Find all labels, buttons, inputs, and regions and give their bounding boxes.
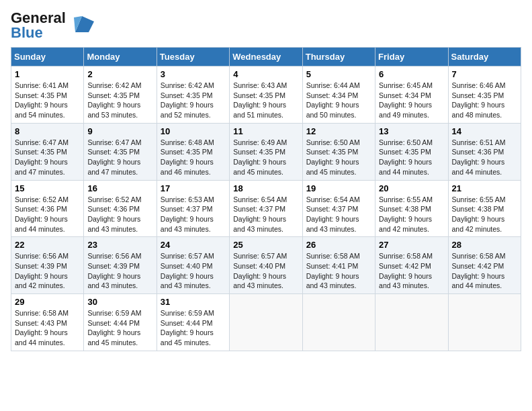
calendar-week-row: 29 Sunrise: 6:58 AM Sunset: 4:43 PM Dayl… [11,294,521,351]
day-number: 17 [161,183,226,193]
logo-line1: General [11,11,66,26]
calendar-week-row: 15 Sunrise: 6:52 AM Sunset: 4:36 PM Dayl… [11,180,521,237]
calendar-day-cell [302,294,375,351]
day-info: Sunrise: 6:59 AM Sunset: 4:44 PM Dayligh… [87,308,152,348]
calendar-day-cell: 22 Sunrise: 6:56 AM Sunset: 4:39 PM Dayl… [11,237,84,294]
day-info: Sunrise: 6:51 AM Sunset: 4:36 PM Dayligh… [452,138,517,177]
day-number: 22 [15,240,80,250]
calendar-day-cell: 5 Sunrise: 6:44 AM Sunset: 4:34 PM Dayli… [302,66,375,124]
calendar-week-row: 1 Sunrise: 6:41 AM Sunset: 4:35 PM Dayli… [11,66,521,124]
calendar-day-cell: 27 Sunrise: 6:58 AM Sunset: 4:42 PM Dayl… [375,237,448,294]
day-number: 31 [161,297,226,307]
day-number: 12 [306,126,371,136]
day-info: Sunrise: 6:57 AM Sunset: 4:40 PM Dayligh… [161,251,226,291]
calendar-day-cell: 13 Sunrise: 6:50 AM Sunset: 4:35 PM Dayl… [375,123,448,180]
day-info: Sunrise: 6:54 AM Sunset: 4:37 PM Dayligh… [306,195,371,234]
day-number: 16 [87,183,152,193]
day-number: 19 [306,183,371,193]
calendar-day-cell: 9 Sunrise: 6:47 AM Sunset: 4:35 PM Dayli… [84,123,157,180]
day-info: Sunrise: 6:55 AM Sunset: 4:38 PM Dayligh… [452,195,517,234]
day-number: 10 [161,126,226,136]
calendar-day-cell: 12 Sunrise: 6:50 AM Sunset: 4:35 PM Dayl… [302,123,375,180]
day-number: 24 [161,240,226,250]
calendar-day-cell: 24 Sunrise: 6:57 AM Sunset: 4:40 PM Dayl… [157,237,229,294]
day-info: Sunrise: 6:52 AM Sunset: 4:36 PM Dayligh… [87,195,152,234]
weekday-header: Tuesday [157,48,229,66]
day-number: 6 [379,69,444,79]
day-number: 27 [379,240,444,250]
calendar-day-cell: 11 Sunrise: 6:49 AM Sunset: 4:35 PM Dayl… [230,123,302,180]
day-number: 20 [379,183,444,193]
day-info: Sunrise: 6:47 AM Sunset: 4:35 PM Dayligh… [87,138,152,177]
logo: General Blue [11,11,94,40]
day-info: Sunrise: 6:45 AM Sunset: 4:34 PM Dayligh… [379,81,444,120]
calendar-day-cell: 6 Sunrise: 6:45 AM Sunset: 4:34 PM Dayli… [375,66,448,124]
day-number: 29 [15,297,80,307]
day-info: Sunrise: 6:42 AM Sunset: 4:35 PM Dayligh… [161,81,226,120]
day-info: Sunrise: 6:41 AM Sunset: 4:35 PM Dayligh… [15,81,80,120]
day-info: Sunrise: 6:59 AM Sunset: 4:44 PM Dayligh… [161,308,226,348]
day-number: 14 [452,126,517,136]
calendar-day-cell: 25 Sunrise: 6:57 AM Sunset: 4:40 PM Dayl… [230,237,302,294]
day-number: 21 [452,183,517,193]
calendar-header-row: SundayMondayTuesdayWednesdayThursdayFrid… [11,48,521,66]
calendar-day-cell: 29 Sunrise: 6:58 AM Sunset: 4:43 PM Dayl… [11,294,84,351]
calendar-day-cell: 10 Sunrise: 6:48 AM Sunset: 4:35 PM Dayl… [157,123,229,180]
day-number: 18 [233,183,298,193]
page-header: General Blue [11,11,521,40]
day-info: Sunrise: 6:52 AM Sunset: 4:36 PM Dayligh… [15,195,80,234]
calendar-day-cell: 8 Sunrise: 6:47 AM Sunset: 4:35 PM Dayli… [11,123,84,180]
calendar-day-cell: 2 Sunrise: 6:42 AM Sunset: 4:35 PM Dayli… [84,66,157,124]
calendar-day-cell: 4 Sunrise: 6:43 AM Sunset: 4:35 PM Dayli… [230,66,302,124]
day-number: 8 [15,126,80,136]
weekday-header: Sunday [11,48,84,66]
calendar-day-cell [230,294,302,351]
day-info: Sunrise: 6:53 AM Sunset: 4:37 PM Dayligh… [161,195,226,234]
calendar-week-row: 8 Sunrise: 6:47 AM Sunset: 4:35 PM Dayli… [11,123,521,180]
day-info: Sunrise: 6:58 AM Sunset: 4:43 PM Dayligh… [15,308,80,348]
calendar-day-cell: 26 Sunrise: 6:58 AM Sunset: 4:41 PM Dayl… [302,237,375,294]
day-number: 15 [15,183,80,193]
calendar-day-cell: 20 Sunrise: 6:55 AM Sunset: 4:38 PM Dayl… [375,180,448,237]
calendar-day-cell: 19 Sunrise: 6:54 AM Sunset: 4:37 PM Dayl… [302,180,375,237]
day-info: Sunrise: 6:58 AM Sunset: 4:41 PM Dayligh… [306,251,371,291]
calendar-day-cell: 17 Sunrise: 6:53 AM Sunset: 4:37 PM Dayl… [157,180,229,237]
day-info: Sunrise: 6:56 AM Sunset: 4:39 PM Dayligh… [15,251,80,291]
day-info: Sunrise: 6:50 AM Sunset: 4:35 PM Dayligh… [379,138,444,177]
day-number: 4 [233,69,298,79]
day-info: Sunrise: 6:44 AM Sunset: 4:34 PM Dayligh… [306,81,371,120]
day-info: Sunrise: 6:58 AM Sunset: 4:42 PM Dayligh… [379,251,444,291]
weekday-header: Wednesday [230,48,302,66]
calendar-day-cell [448,294,521,351]
calendar-day-cell: 18 Sunrise: 6:54 AM Sunset: 4:37 PM Dayl… [230,180,302,237]
day-info: Sunrise: 6:50 AM Sunset: 4:35 PM Dayligh… [306,138,371,177]
day-number: 11 [233,126,298,136]
day-number: 2 [87,69,152,79]
calendar-day-cell: 7 Sunrise: 6:46 AM Sunset: 4:35 PM Dayli… [448,66,521,124]
weekday-header: Friday [375,48,448,66]
day-number: 26 [306,240,371,250]
day-info: Sunrise: 6:54 AM Sunset: 4:37 PM Dayligh… [233,195,298,234]
day-number: 13 [379,126,444,136]
calendar-day-cell: 1 Sunrise: 6:41 AM Sunset: 4:35 PM Dayli… [11,66,84,124]
calendar-day-cell [375,294,448,351]
day-number: 3 [161,69,226,79]
calendar-day-cell: 14 Sunrise: 6:51 AM Sunset: 4:36 PM Dayl… [448,123,521,180]
day-number: 30 [87,297,152,307]
calendar-day-cell: 16 Sunrise: 6:52 AM Sunset: 4:36 PM Dayl… [84,180,157,237]
day-info: Sunrise: 6:46 AM Sunset: 4:35 PM Dayligh… [452,81,517,120]
calendar-table: SundayMondayTuesdayWednesdayThursdayFrid… [11,47,521,351]
calendar-day-cell: 21 Sunrise: 6:55 AM Sunset: 4:38 PM Dayl… [448,180,521,237]
weekday-header: Monday [84,48,157,66]
calendar-day-cell: 30 Sunrise: 6:59 AM Sunset: 4:44 PM Dayl… [84,294,157,351]
logo-line2: Blue [11,26,66,40]
day-number: 7 [452,69,517,79]
weekday-header: Saturday [448,48,521,66]
day-number: 1 [15,69,80,79]
calendar-day-cell: 28 Sunrise: 6:58 AM Sunset: 4:42 PM Dayl… [448,237,521,294]
logo-icon [69,13,94,38]
day-number: 5 [306,69,371,79]
day-info: Sunrise: 6:58 AM Sunset: 4:42 PM Dayligh… [452,251,517,291]
day-info: Sunrise: 6:56 AM Sunset: 4:39 PM Dayligh… [87,251,152,291]
calendar-day-cell: 31 Sunrise: 6:59 AM Sunset: 4:44 PM Dayl… [157,294,229,351]
